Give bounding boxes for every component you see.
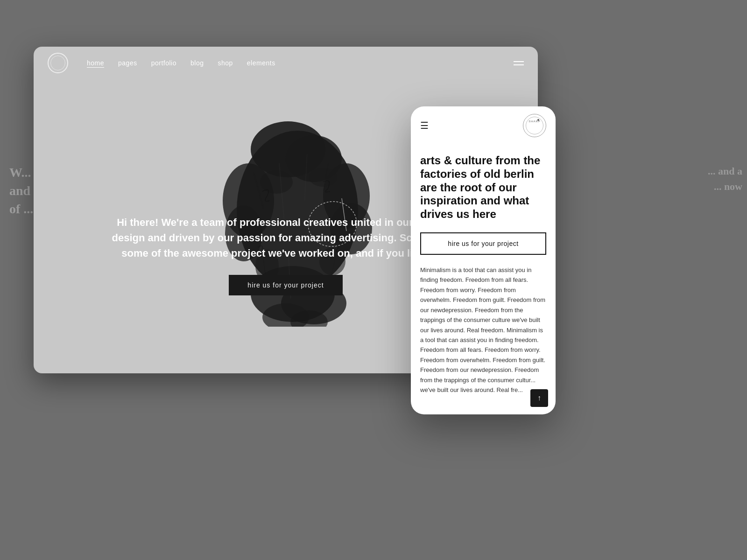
desktop-logo	[48, 53, 68, 73]
hero-body-text: Hi there! We're a team of professional c…	[111, 215, 461, 261]
desktop-logo-inner	[50, 56, 65, 70]
hamburger-menu-icon[interactable]	[514, 61, 524, 65]
mobile-logo-text: SHARP	[529, 120, 541, 123]
mobile-card: ☰ SHARP arts & culture from the factorie…	[411, 106, 556, 414]
desktop-cta-button[interactable]: hire us for your project	[229, 275, 342, 295]
mobile-logo-ring: SHARP	[526, 117, 543, 134]
desktop-nav-links: home pages portfolio blog shop elements	[87, 59, 275, 67]
mobile-heading: arts & culture from the factories of old…	[420, 154, 546, 221]
nav-item-blog[interactable]: blog	[190, 59, 204, 67]
mobile-nav: ☰ SHARP	[411, 106, 556, 145]
mobile-content-area[interactable]: arts & culture from the factories of old…	[411, 145, 556, 414]
nav-item-portfolio[interactable]: portfolio	[151, 59, 176, 67]
nav-item-shop[interactable]: shop	[218, 59, 233, 67]
svg-line-23	[342, 198, 346, 231]
decorative-scribble	[304, 196, 360, 252]
nav-item-pages[interactable]: pages	[118, 59, 137, 67]
nav-item-elements[interactable]: elements	[247, 59, 275, 67]
svg-point-16	[309, 168, 337, 187]
nav-item-home[interactable]: home	[87, 59, 104, 67]
mobile-hamburger-icon[interactable]: ☰	[420, 120, 429, 131]
svg-point-22	[304, 198, 360, 251]
scroll-to-top-button[interactable]: ↑	[530, 389, 548, 407]
desktop-nav: home pages portfolio blog shop elements	[34, 47, 538, 79]
mobile-logo: SHARP	[523, 114, 546, 137]
mobile-body-text: Minimalism is a tool that can assist you…	[420, 265, 546, 395]
bg-text-right: ... and a ... now	[649, 163, 742, 194]
mobile-cta-button[interactable]: hire us for your project	[420, 232, 546, 255]
